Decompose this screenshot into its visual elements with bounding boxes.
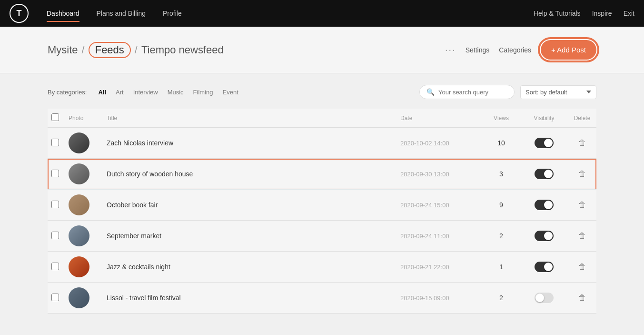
logo[interactable]: T — [10, 4, 29, 23]
filter-right: 🔍 Sort: by default Sort: by date Sort: b… — [419, 85, 596, 99]
add-post-button[interactable]: + Add Post — [541, 40, 596, 60]
nav-plans-billing[interactable]: Plans and Billing — [90, 6, 153, 21]
filter-label: By categories: — [48, 89, 87, 96]
visibility-toggle-wrap — [524, 138, 564, 148]
select-all-checkbox[interactable] — [51, 113, 59, 121]
nav-right: Help & Tutorials Inspire Exit — [534, 10, 634, 17]
post-title[interactable]: October book fair — [103, 190, 396, 221]
inspire-link[interactable]: Inspire — [592, 10, 612, 17]
breadcrumb-sep-2: / — [135, 44, 138, 56]
col-header-photo: Photo — [65, 109, 103, 128]
row-checkbox[interactable] — [51, 170, 59, 177]
breadcrumb-page: Tiempo newsfeed — [141, 44, 224, 56]
visibility-toggle[interactable] — [535, 138, 554, 148]
table-row: Lissol - travel film festival 2020-09-15… — [48, 283, 596, 314]
post-views: 1 — [482, 252, 520, 283]
breadcrumb-feeds[interactable]: Feeds — [89, 42, 131, 58]
nav-profile[interactable]: Profile — [156, 6, 188, 21]
post-date: 2020-09-15 09:00 — [400, 294, 449, 302]
col-header-visibility: Visibility — [520, 109, 568, 128]
delete-wrap: 🗑 — [572, 294, 593, 302]
row-checkbox[interactable] — [51, 294, 59, 301]
post-views: 10 — [482, 128, 520, 159]
visibility-toggle-wrap — [524, 293, 564, 303]
filter-cat-all[interactable]: All — [96, 88, 108, 97]
col-header-date: Date — [396, 109, 482, 128]
topnav: T Dashboard Plans and Billing Profile He… — [0, 0, 644, 27]
row-checkbox[interactable] — [51, 139, 59, 146]
col-header-views: Views — [482, 109, 520, 128]
filter-cat-art[interactable]: Art — [114, 88, 126, 97]
table-row: October book fair 2020-09-24 15:00 9 🗑 — [48, 190, 596, 221]
visibility-toggle-wrap — [524, 231, 564, 241]
search-input[interactable] — [438, 89, 507, 96]
breadcrumb: Mysite / Feeds / Tiempo newsfeed — [48, 42, 224, 58]
sort-select[interactable]: Sort: by default Sort: by date Sort: by … — [520, 85, 596, 99]
post-thumbnail — [69, 194, 89, 215]
filter-cat-event[interactable]: Event — [221, 88, 240, 97]
post-views: 2 — [482, 221, 520, 252]
delete-wrap: 🗑 — [572, 263, 593, 271]
categories-button[interactable]: Categories — [499, 46, 531, 54]
post-thumbnail — [69, 163, 89, 184]
post-title[interactable]: Lissol - travel film festival — [103, 283, 396, 314]
filter-bar: By categories: All Art Interview Music F… — [48, 85, 596, 99]
filter-cat-interview[interactable]: Interview — [131, 88, 160, 97]
row-checkbox[interactable] — [51, 201, 59, 208]
post-thumbnail — [69, 287, 89, 308]
filter-categories: All Art Interview Music Filming Event — [96, 88, 240, 97]
post-thumbnail — [69, 225, 89, 246]
delete-button[interactable]: 🗑 — [578, 263, 586, 271]
post-title[interactable]: Jazz & cocktails night — [103, 252, 396, 283]
visibility-toggle-wrap — [524, 262, 564, 272]
delete-button[interactable]: 🗑 — [578, 139, 586, 147]
delete-wrap: 🗑 — [572, 232, 593, 240]
table-row: Jazz & cocktails night 2020-09-21 22:00 … — [48, 252, 596, 283]
delete-button[interactable]: 🗑 — [578, 232, 586, 240]
post-date: 2020-09-24 11:00 — [400, 233, 449, 240]
post-date: 2020-10-02 14:00 — [400, 140, 449, 147]
exit-link[interactable]: Exit — [624, 10, 634, 17]
post-date: 2020-09-21 22:00 — [400, 264, 449, 271]
visibility-toggle[interactable] — [535, 169, 554, 179]
delete-wrap: 🗑 — [572, 201, 593, 209]
col-header-delete: Delete — [568, 109, 596, 128]
col-header-title: Title — [103, 109, 396, 128]
post-date: 2020-09-24 15:00 — [400, 202, 449, 209]
filter-cat-music[interactable]: Music — [166, 88, 186, 97]
table-row: Zach Nicolas interview 2020-10-02 14:00 … — [48, 128, 596, 159]
row-checkbox[interactable] — [51, 232, 59, 239]
delete-wrap: 🗑 — [572, 170, 593, 178]
post-title[interactable]: Dutch story of wooden house — [103, 159, 396, 190]
filter-cat-filming[interactable]: Filming — [191, 88, 215, 97]
visibility-toggle-wrap — [524, 200, 564, 210]
delete-button[interactable]: 🗑 — [578, 201, 586, 209]
post-views: 2 — [482, 283, 520, 314]
post-views: 3 — [482, 159, 520, 190]
visibility-toggle-wrap — [524, 169, 564, 179]
visibility-toggle[interactable] — [535, 231, 554, 241]
table-row: Dutch story of wooden house 2020-09-30 1… — [48, 159, 596, 190]
post-thumbnail — [69, 132, 89, 153]
nav-dashboard[interactable]: Dashboard — [40, 6, 86, 21]
settings-button[interactable]: Settings — [466, 46, 490, 54]
posts-table: Photo Title Date Views Visibility Delete… — [48, 109, 596, 314]
post-title[interactable]: September market — [103, 221, 396, 252]
delete-button[interactable]: 🗑 — [578, 294, 586, 302]
post-title[interactable]: Zach Nicolas interview — [103, 128, 396, 159]
more-options-button[interactable]: ··· — [445, 44, 456, 55]
visibility-toggle[interactable] — [535, 293, 554, 303]
breadcrumb-site[interactable]: Mysite — [48, 44, 78, 56]
post-views: 9 — [482, 190, 520, 221]
search-box: 🔍 — [419, 85, 515, 99]
nav-links: Dashboard Plans and Billing Profile — [40, 6, 188, 21]
visibility-toggle[interactable] — [535, 200, 554, 210]
visibility-toggle[interactable] — [535, 262, 554, 272]
main-content: By categories: All Art Interview Music F… — [0, 73, 644, 325]
post-thumbnail — [69, 256, 89, 277]
delete-wrap: 🗑 — [572, 139, 593, 147]
row-checkbox[interactable] — [51, 263, 59, 270]
help-tutorials-link[interactable]: Help & Tutorials — [534, 10, 581, 17]
delete-button[interactable]: 🗑 — [578, 170, 586, 178]
search-icon: 🔍 — [426, 88, 435, 96]
